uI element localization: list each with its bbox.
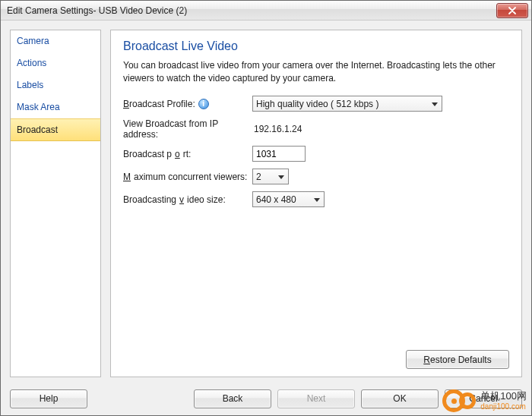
label-max-viewers: Maximum concurrent viewers: [123,172,252,182]
label-ip-address: View Broadcast from IP address: [123,118,252,140]
sidebar-item-label: Actions [17,58,46,68]
close-icon [508,7,516,14]
dialog-window: Edit Camera Settings- USB Video Device (… [0,0,532,416]
sidebar-item-camera[interactable]: Camera [11,30,100,52]
sidebar-item-label: Mask Area [17,102,60,112]
sidebar: Camera Actions Labels Mask Area Broadcas… [10,30,101,377]
select-video-size[interactable]: 640 x 480 [252,191,325,207]
window-title: Edit Camera Settings- USB Video Device (… [7,5,496,16]
btn-label: OK [393,393,406,404]
row-ip-address: View Broadcast from IP address: 192.16.1… [123,118,509,140]
input-broadcast-port[interactable] [252,146,306,162]
sidebar-item-label: Camera [17,36,49,46]
select-value: 640 x 480 [256,194,296,205]
sidebar-item-label: Broadcast [17,124,58,135]
close-button[interactable] [496,3,528,18]
label-broadcast-port: Broadcast port: [123,149,252,159]
info-icon[interactable]: i [198,99,209,109]
label-broadcast-profile: Broadcast Profile: i [123,99,252,109]
row-video-size: Broadcasting video size: 640 x 480 [123,191,509,208]
value-ip-address: 192.16.1.24 [252,124,302,134]
help-button[interactable]: Help [10,389,87,408]
row-max-viewers: Maximum concurrent viewers: 2 [123,169,509,185]
content-panel: Broadcast Live Video You can broadcast l… [110,30,522,377]
bottom-bar: Help Back Next OK Cancel [1,382,531,415]
btn-label: Back [223,393,243,404]
page-title: Broadcast Live Video [123,39,509,53]
sidebar-item-actions[interactable]: Actions [11,52,100,74]
page-description: You can broadcast live video from your c… [123,59,509,85]
next-button: Next [277,389,355,408]
row-broadcast-port: Broadcast port: [123,146,509,162]
select-value: 2 [256,172,261,182]
cancel-button[interactable]: Cancel [445,389,522,408]
restore-row: Restore Defaults [123,345,509,369]
main-area: Camera Actions Labels Mask Area Broadcas… [1,20,531,382]
dialog-body: Camera Actions Labels Mask Area Broadcas… [1,20,531,415]
sidebar-item-labels[interactable]: Labels [11,74,100,96]
btn-label: estore Defaults [430,355,492,365]
restore-defaults-button[interactable]: Restore Defaults [406,350,509,369]
titlebar: Edit Camera Settings- USB Video Device (… [1,1,531,20]
sidebar-item-label: Labels [17,80,43,90]
content-spacer [123,214,509,345]
label-video-size: Broadcasting video size: [123,194,252,205]
btn-label: Cancel [469,393,497,404]
select-broadcast-profile[interactable]: High quality video ( 512 kbps ) [252,96,442,112]
btn-label: Next [307,393,326,404]
select-max-viewers[interactable]: 2 [252,169,289,184]
btn-label: Help [40,393,59,404]
row-broadcast-profile: Broadcast Profile: i High quality video … [123,96,509,112]
select-value: High quality video ( 512 kbps ) [256,99,378,109]
back-button[interactable]: Back [194,389,271,408]
sidebar-item-broadcast[interactable]: Broadcast [11,118,100,141]
sidebar-item-mask-area[interactable]: Mask Area [11,96,100,118]
ok-button[interactable]: OK [361,389,439,408]
